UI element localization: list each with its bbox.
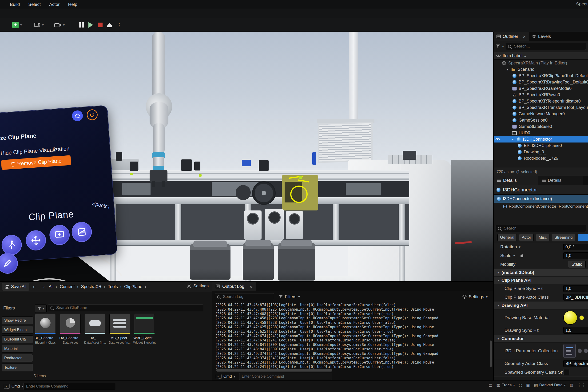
- content-settings-button[interactable]: Settings: [187, 284, 208, 288]
- expand-arrow-icon[interactable]: ▾: [507, 68, 511, 71]
- filter-chip-blueprint-class[interactable]: Blueprint Cla: [2, 335, 33, 343]
- asset-tile[interactable]: WBP_Spect... Widget Blueprint: [133, 314, 156, 344]
- forward-button[interactable]: →: [40, 284, 46, 290]
- scale-input[interactable]: 1,0: [563, 252, 588, 259]
- filter-chip-widget-blueprint[interactable]: Widget Bluep: [2, 326, 33, 334]
- chevron-down-icon[interactable]: ▾: [519, 245, 520, 249]
- back-button[interactable]: ←: [31, 284, 38, 290]
- asset-tile[interactable]: DA_Spectra... Data Asset: [58, 314, 82, 344]
- close-tab-icon[interactable]: ×: [249, 284, 252, 289]
- asset-tile[interactable]: BP_Spectra... Blueprint Class: [34, 314, 57, 344]
- log-settings-button[interactable]: Settings ▾: [462, 292, 488, 302]
- menu-build[interactable]: Build: [6, 2, 24, 7]
- walk-mode-button[interactable]: [1, 234, 22, 256]
- status-console-input[interactable]: [24, 383, 115, 390]
- cmd-dropdown[interactable]: >_ Cmd ▾: [214, 373, 237, 380]
- revision-control-icon[interactable]: ▩: [570, 382, 574, 388]
- outliner-row[interactable]: BP_SpectraXRDrawingTool_Default0: [494, 79, 588, 85]
- outliner-search-input[interactable]: [506, 43, 586, 50]
- row-option-button[interactable]: [584, 348, 588, 353]
- expand-arrow-icon[interactable]: ▾: [512, 138, 516, 141]
- eject-button[interactable]: [105, 20, 114, 30]
- breadcrumb-clipplane[interactable]: ClipPlane: [124, 284, 143, 289]
- breadcrumb-spectraxr[interactable]: SpectraXR: [81, 284, 102, 289]
- clip-class-dropdown[interactable]: BP_I3DHClip: [563, 294, 588, 300]
- screen-mode-button[interactable]: [49, 224, 70, 246]
- outliner-row-folder[interactable]: ▾ Scenario: [494, 66, 588, 73]
- filter-streaming-button[interactable]: Streaming: [552, 234, 575, 241]
- filter-misc-button[interactable]: Misc: [536, 234, 550, 241]
- casts-shadow-checkbox[interactable]: [563, 369, 570, 375]
- outliner-row[interactable]: BP_SpectraXRGameMode0: [494, 85, 588, 92]
- status-cmd-dropdown[interactable]: >_ Cmd ▾: [2, 383, 26, 390]
- trace-button[interactable]: ▦ Trace ▾: [496, 382, 515, 388]
- vertical-scrollbar[interactable]: [490, 340, 492, 367]
- outliner-row[interactable]: ♙BP_SpectraXRPawn0: [494, 92, 588, 98]
- tab-details-1[interactable]: Details: [494, 176, 538, 185]
- outliner-row[interactable]: BP_SpectraXRClipPlaneTool_Default0: [494, 73, 588, 79]
- output-log-drawer-icon[interactable]: ▤: [488, 382, 492, 388]
- menu-select[interactable]: Select: [24, 2, 45, 7]
- visibility-eye-icon[interactable]: [495, 137, 500, 142]
- breadcrumb-tools[interactable]: Tools: [108, 284, 118, 289]
- menu-help[interactable]: Help: [64, 2, 82, 7]
- tab-output-log[interactable]: Output Log ×: [212, 282, 256, 291]
- filter-general-button[interactable]: General: [498, 234, 517, 241]
- details-instance-row[interactable]: I3DHConnector (Instance): [494, 195, 588, 203]
- outliner-row[interactable]: BP_I3DHClipPlane0: [494, 142, 588, 149]
- material-thumbnail[interactable]: [563, 311, 578, 325]
- filter-extra-button[interactable]: [578, 234, 588, 241]
- camera-options-button[interactable]: ▾: [52, 20, 67, 30]
- section-drawing-api[interactable]: ▾ Drawing API: [494, 302, 588, 310]
- content-search-input[interactable]: [48, 304, 203, 311]
- chevron-down-icon[interactable]: ▾: [514, 254, 515, 258]
- outliner-row[interactable]: GameStateBase0: [494, 124, 588, 130]
- row-option-button[interactable]: [578, 348, 582, 353]
- status-menu-icon[interactable]: ⋮⋮: [577, 382, 586, 388]
- remove-clip-plane-button[interactable]: Remove Clip Plane: [1, 155, 71, 170]
- asset-tile[interactable]: IMC_Spect... Data Asset (In...: [108, 314, 132, 344]
- outliner-column-header[interactable]: Item Label ▴: [494, 52, 588, 60]
- filter-actor-button[interactable]: Actor: [519, 234, 534, 241]
- breadcrumb-content[interactable]: Content: [59, 284, 75, 289]
- breadcrumb-dropdown-icon[interactable]: ▾: [145, 285, 146, 289]
- log-search-input[interactable]: [215, 293, 274, 300]
- material-mini-swatch[interactable]: [579, 315, 584, 320]
- tab-levels[interactable]: Levels: [529, 32, 554, 41]
- filter-chip-material[interactable]: Material: [2, 345, 33, 352]
- filter-chip-show-redirectors[interactable]: Show Redire: [2, 316, 33, 324]
- focus-icon[interactable]: ◎: [518, 382, 522, 388]
- drawing-sync-input[interactable]: 1,0: [563, 327, 588, 334]
- editor-modes-button[interactable]: ▾: [31, 20, 46, 30]
- breadcrumb-all[interactable]: All: [48, 284, 54, 289]
- details-search-input[interactable]: [496, 225, 586, 232]
- asset-tile[interactable]: IA_... Data Asset (In...: [83, 314, 107, 344]
- lock-icon[interactable]: [520, 254, 524, 258]
- rotation-input[interactable]: 0,0 °: [563, 244, 588, 250]
- log-line-list[interactable]: [2025.04.22-11.43.46:874][193]LogSlate: …: [215, 303, 490, 369]
- log-filters-button[interactable]: Filters ▾: [276, 293, 302, 300]
- home-button[interactable]: [72, 110, 83, 122]
- outliner-row[interactable]: Drawing_0_: [494, 149, 588, 155]
- outliner-row[interactable]: BP_SpectraXRTransformTool_LayoutF: [494, 104, 588, 111]
- clip-plane-mode-button[interactable]: [71, 221, 93, 243]
- outliner-row[interactable]: GameSession0: [494, 117, 588, 124]
- menu-actor[interactable]: Actor: [45, 2, 64, 7]
- quick-add-button[interactable]: +▾: [10, 20, 24, 30]
- filter-chip-redirector[interactable]: Redirector: [2, 354, 33, 362]
- section-instant-3dhub[interactable]: ▾ (instant 3Dhub): [494, 269, 588, 276]
- tab-details-2[interactable]: Details: [538, 176, 583, 185]
- power-button[interactable]: [86, 109, 98, 121]
- move-mode-button[interactable]: [25, 230, 47, 251]
- play-button[interactable]: [86, 20, 96, 30]
- play-options-button[interactable]: ⋮: [114, 20, 124, 30]
- details-component-row[interactable]: RootComponentConnector (RootComponent: [494, 203, 588, 210]
- clip-sync-input[interactable]: 1,0: [563, 285, 588, 292]
- outliner-row[interactable]: GameNetworkManager0: [494, 111, 588, 117]
- outliner-row[interactable]: HUD0: [494, 130, 588, 136]
- horizontal-scrollbar[interactable]: [216, 369, 332, 372]
- level-viewport[interactable]: ize Clip Plane Hide Clip Plane Visualiza…: [0, 32, 493, 281]
- log-console-input[interactable]: [239, 373, 332, 380]
- geometry-class-dropdown[interactable]: BP_SpectraG: [563, 360, 588, 367]
- pause-button[interactable]: [77, 20, 86, 30]
